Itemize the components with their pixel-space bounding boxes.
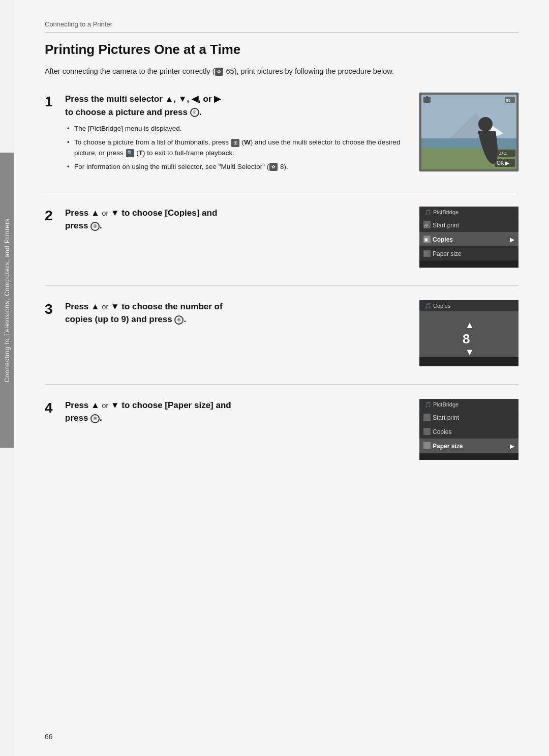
step-1-number: 1 <box>45 94 65 110</box>
ref-icon-8: ✿ <box>269 163 278 171</box>
svg-text:🖨: 🖨 <box>424 223 429 228</box>
step-3: 3 Press ▲ or ▼ to choose the number ofco… <box>45 300 518 368</box>
step-2-image: 🎵 PictBridge 🖨 Start print ▣ Copies ▶ □ … <box>419 207 518 269</box>
intro-text-after: 65), print pictures by following the pro… <box>224 67 394 75</box>
step-1-image: IN OK ▶ 4/ 4 <box>419 93 518 173</box>
step-4-content: Press ▲ or ▼ to choose [Paper size] andp… <box>65 399 419 430</box>
ok-button-icon-2: ® <box>90 222 100 231</box>
svg-text:IN: IN <box>506 98 510 103</box>
step-4-image: 🎵 PictBridge Start print Copies Paper si… <box>419 399 518 461</box>
breadcrumb: Connecting to a Printer <box>45 20 518 33</box>
svg-text:4/ 4: 4/ 4 <box>499 151 507 156</box>
zoom-icon: 🔍 <box>126 149 134 157</box>
svg-text:▣: ▣ <box>424 237 429 242</box>
page-title: Printing Pictures One at a Time <box>45 42 518 57</box>
step-2-number: 2 <box>45 208 65 224</box>
step-2: 2 Press ▲ or ▼ to choose [Copies] andpre… <box>45 207 518 269</box>
svg-rect-32 <box>419 260 518 268</box>
svg-text:▶: ▶ <box>510 443 515 450</box>
step-1: 1 Press the multi selector ▲, ▼, ◀, or ▶… <box>45 93 518 176</box>
divider-2 <box>45 285 518 286</box>
step-3-title: Press ▲ or ▼ to choose the number ofcopi… <box>65 300 409 326</box>
ok-button-icon-4: ® <box>90 414 100 423</box>
step-1-bullets: The [PictBridge] menu is displayed. To c… <box>65 124 409 172</box>
svg-rect-9 <box>426 96 428 98</box>
svg-text:□: □ <box>424 251 427 256</box>
svg-text:▶: ▶ <box>510 236 515 243</box>
camera-lcd-screen: IN OK ▶ 4/ 4 <box>419 93 518 171</box>
step-4: 4 Press ▲ or ▼ to choose [Paper size] an… <box>45 399 518 461</box>
ok-button-icon-3: ® <box>174 315 184 325</box>
step-4-title: Press ▲ or ▼ to choose [Paper size] andp… <box>65 399 409 425</box>
svg-rect-51 <box>423 442 431 449</box>
step-1-bullet-2: To choose a picture from a list of thumb… <box>67 137 409 159</box>
step-2-title: Press ▲ or ▼ to choose [Copies] andpress… <box>65 207 409 232</box>
side-tab-label: Connecting to Televisions, Computers, an… <box>4 218 11 383</box>
pictbridge-menu-1: 🎵 PictBridge 🖨 Start print ▣ Copies ▶ □ … <box>419 207 518 268</box>
intro-paragraph: After connecting the camera to the print… <box>45 66 518 77</box>
copies-screen: 🎵 Copies ▲ 8 ▼ <box>419 300 518 366</box>
svg-text:Paper size: Paper size <box>433 250 462 257</box>
intro-text-before: After connecting the camera to the print… <box>45 67 215 75</box>
pictbridge-menu-2: 🎵 PictBridge Start print Copies Paper si… <box>419 399 518 460</box>
side-tab: Connecting to Televisions, Computers, an… <box>0 153 14 448</box>
svg-text:Copies: Copies <box>433 236 453 243</box>
svg-text:Paper size: Paper size <box>433 443 463 450</box>
step-3-image: 🎵 Copies ▲ 8 ▼ <box>419 300 518 368</box>
ref-icon-65: ✿ <box>215 68 223 76</box>
svg-text:OK ▶: OK ▶ <box>497 160 509 166</box>
step-1-title: Press the multi selector ▲, ▼, ◀, or ▶ t… <box>65 93 409 119</box>
svg-rect-48 <box>423 428 431 435</box>
step-3-number: 3 <box>45 301 65 317</box>
svg-text:🎵 Copies: 🎵 Copies <box>424 302 451 309</box>
page-content: Connecting to a Printer Printing Picture… <box>14 0 549 756</box>
step-2-content: Press ▲ or ▼ to choose [Copies] andpress… <box>65 207 419 238</box>
svg-text:8: 8 <box>463 331 470 346</box>
svg-text:Copies: Copies <box>433 428 451 435</box>
step-1-content: Press the multi selector ▲, ▼, ◀, or ▶ t… <box>65 93 419 176</box>
svg-text:▼: ▼ <box>465 347 474 357</box>
divider-3 <box>45 384 518 385</box>
svg-rect-40 <box>419 357 518 366</box>
svg-point-7 <box>478 117 493 131</box>
step-1-bullet-1: The [PictBridge] menu is displayed. <box>67 124 409 134</box>
svg-rect-45 <box>423 414 431 421</box>
divider-1 <box>45 192 518 192</box>
svg-text:🎵 PictBridge: 🎵 PictBridge <box>424 401 459 408</box>
step-4-number: 4 <box>45 400 65 416</box>
svg-text:▲: ▲ <box>465 320 474 330</box>
step-1-bullet-3: For information on using the multi selec… <box>67 162 409 172</box>
step-3-content: Press ▲ or ▼ to choose the number ofcopi… <box>65 300 419 331</box>
svg-text:🎵 PictBridge: 🎵 PictBridge <box>424 209 459 216</box>
svg-text:Start print: Start print <box>433 414 460 421</box>
page-number: 66 <box>45 733 53 741</box>
svg-text:Start print: Start print <box>433 222 460 229</box>
svg-rect-54 <box>419 453 518 460</box>
thumbnail-icon: ⊞ <box>231 139 239 147</box>
ok-button-icon-1: ® <box>190 108 199 117</box>
